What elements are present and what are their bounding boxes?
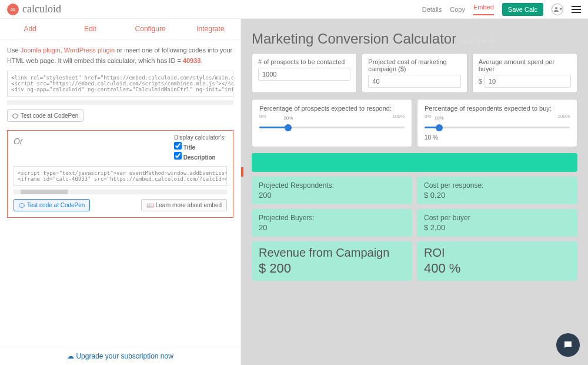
- result-cpb: Cost per buyer $ 2,00: [417, 209, 577, 237]
- right-panel: Marketing Conversion Calculator ☆☆☆☆☆ # …: [241, 19, 588, 365]
- book-icon: 📖: [146, 202, 153, 208]
- field-prospects: # of prospects to be contacted: [252, 53, 357, 93]
- left-body: Use Joomla plugin, WordPress plugin or i…: [0, 39, 240, 347]
- codepen-icon: [19, 203, 25, 208]
- user-icon: [553, 6, 560, 13]
- cloud-icon: ☁: [67, 352, 74, 360]
- calc-id: 40933: [183, 57, 201, 64]
- wordpress-link[interactable]: WordPress plugin: [64, 47, 115, 54]
- subtab-add[interactable]: Add: [0, 19, 60, 39]
- subtab-integrate[interactable]: Integrate: [181, 19, 240, 39]
- left-panel: Add Edit Configure Integrate Use Joomla …: [0, 19, 241, 365]
- result-roi: ROI 400 %: [417, 241, 577, 281]
- or-block: Or Display calculator's: Title Descripti…: [7, 130, 233, 218]
- calc-header: Marketing Conversion Calculator ☆☆☆☆☆: [252, 31, 577, 47]
- tab-copy[interactable]: Copy: [450, 6, 465, 13]
- checkbox-description[interactable]: [174, 152, 182, 160]
- learn-more-button[interactable]: 📖 Learn more about embed: [141, 199, 227, 211]
- intro-text: Use Joomla plugin, WordPress plugin or i…: [7, 45, 233, 66]
- subtab-edit[interactable]: Edit: [60, 19, 120, 39]
- slider-thumb[interactable]: [285, 124, 292, 131]
- result-revenue: Revenue from Campaign $ 200: [252, 241, 412, 281]
- scrollbar-2[interactable]: [14, 190, 227, 194]
- result-cpr: Cost per response: $ 0,20: [417, 177, 577, 204]
- field-cost: Projected cost of marketing campaign ($): [362, 53, 467, 93]
- codepen-icon: [12, 113, 18, 119]
- display-options: Display calculator's: Title Description: [174, 134, 226, 162]
- menu-icon[interactable]: [572, 6, 581, 13]
- chat-icon[interactable]: [556, 333, 580, 357]
- cost-input[interactable]: [368, 75, 460, 88]
- upgrade-link[interactable]: ☁ Upgrade your subscription now: [0, 347, 240, 365]
- rating-stars[interactable]: ☆☆☆☆☆: [462, 37, 495, 45]
- checkbox-title[interactable]: [174, 142, 182, 150]
- slider-buy: Percentage of respondents expected to bu…: [417, 99, 577, 147]
- embed-code-2[interactable]: <script type="text/javascript">var event…: [14, 166, 227, 186]
- topbar: ∞ calculoid Details Copy Embed Save Calc…: [0, 0, 588, 19]
- avg-input[interactable]: [485, 75, 571, 88]
- save-button[interactable]: Save Calc: [502, 3, 543, 16]
- subtabs: Add Edit Configure Integrate: [0, 19, 240, 39]
- result-buyers: Projected Buyers: 20: [252, 209, 412, 237]
- embed-code-1[interactable]: <link rel="stylesheet" href="https://emb…: [7, 71, 233, 97]
- field-avg-spend: Average amount spent per buyer $: [472, 53, 577, 93]
- svg-marker-1: [13, 114, 18, 118]
- codepen-button-1[interactable]: Test code at CodePen: [7, 110, 83, 122]
- svg-point-0: [555, 7, 557, 9]
- slider-respond-track[interactable]: 20%: [259, 122, 405, 132]
- subtab-configure[interactable]: Configure: [121, 19, 181, 39]
- slider-respond: Percentage of prospects expected to resp…: [252, 99, 412, 147]
- topbar-right: Details Copy Embed Save Calc ▾: [422, 3, 581, 16]
- logo-icon: ∞: [7, 4, 19, 15]
- logo-text: calculoid: [22, 3, 61, 15]
- user-avatar[interactable]: ▾: [552, 4, 563, 15]
- slider-buy-track[interactable]: 10%: [425, 122, 570, 132]
- arrow-icon: [241, 160, 243, 184]
- scrollbar[interactable]: [7, 100, 233, 105]
- tab-embed[interactable]: Embed: [473, 4, 494, 15]
- prospects-input[interactable]: [258, 68, 350, 81]
- joomla-link[interactable]: Joomla plugin: [21, 47, 61, 54]
- results-grid: Projected Respondents: 200 Projected Buy…: [252, 177, 577, 281]
- svg-marker-2: [19, 203, 24, 208]
- result-respondents: Projected Respondents: 200: [252, 177, 412, 204]
- calc-title: Marketing Conversion Calculator: [252, 31, 456, 47]
- tab-details[interactable]: Details: [422, 6, 442, 13]
- slider-thumb[interactable]: [436, 124, 443, 131]
- logo[interactable]: ∞ calculoid: [7, 3, 61, 15]
- green-divider: [252, 153, 577, 172]
- codepen-button-2[interactable]: Test code at CodePen: [14, 199, 90, 211]
